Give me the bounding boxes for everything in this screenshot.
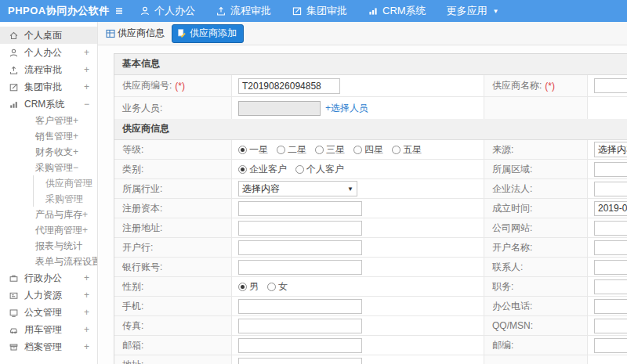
sidebar-item-supplier-mgmt[interactable]: 供应商管理: [33, 175, 97, 191]
sidebar-item-product-stock[interactable]: 产品与库存 +: [0, 207, 97, 222]
form-row: 性别: 男 女 职务:: [114, 277, 627, 297]
star1-radio[interactable]: 一星: [238, 143, 268, 157]
field-label: 注册资本:: [114, 199, 232, 218]
sidebar-item-sales-mgmt[interactable]: 销售管理 +: [0, 128, 97, 144]
caret-down-icon: ▼: [347, 186, 353, 193]
supplier-name-input[interactable]: [594, 78, 627, 93]
table-icon: [106, 29, 115, 38]
field-label: 来源:: [484, 140, 588, 159]
field-label: 类别:: [114, 160, 232, 178]
website-input[interactable]: [594, 221, 627, 236]
expand-icon[interactable]: +: [84, 47, 89, 58]
region-input[interactable]: [594, 162, 627, 177]
expand-icon[interactable]: +: [84, 272, 89, 283]
expand-icon[interactable]: +: [73, 115, 78, 126]
form-row: 等级: 一星 二星 三星 四星 五星 来源: 选择内容▼: [114, 140, 627, 160]
sidebar-item-admin-office[interactable]: 行政办公 +: [0, 269, 97, 287]
field-label: 公司网站:: [484, 218, 588, 237]
business-staff-input[interactable]: [238, 101, 321, 116]
sidebar-item-finance[interactable]: 财务收支 +: [0, 144, 97, 160]
expand-icon[interactable]: +: [84, 307, 89, 318]
registered-address-input[interactable]: [238, 221, 362, 236]
fax-input[interactable]: [238, 319, 362, 333]
industry-select[interactable]: 选择内容▼: [238, 181, 357, 196]
expand-icon[interactable]: +: [84, 341, 89, 352]
star5-radio[interactable]: 五星: [392, 143, 422, 157]
sidebar-item-crm[interactable]: CRM系统 −: [0, 96, 97, 113]
field-label: 邮编:: [484, 336, 588, 355]
contact-person-input[interactable]: [594, 260, 627, 275]
field-label: 银行账号:: [114, 258, 232, 276]
expand-icon[interactable]: +: [73, 131, 78, 142]
registered-capital-input[interactable]: [238, 201, 362, 216]
expand-icon[interactable]: +: [73, 146, 78, 157]
user-icon: [140, 5, 150, 16]
sidebar-item-archive-mgmt[interactable]: 档案管理 +: [0, 338, 97, 355]
sidebar-item-purchasing[interactable]: 采购管理: [33, 191, 97, 207]
field-label: 供应商编号:(*): [114, 75, 232, 96]
expand-icon[interactable]: +: [84, 64, 89, 75]
sidebar-item-hr[interactable]: 人力资源 +: [0, 287, 97, 304]
star4-radio[interactable]: 四星: [353, 143, 383, 157]
office-phone-input[interactable]: [594, 299, 627, 314]
sidebar-item-customer-mgmt[interactable]: 客户管理 +: [0, 113, 97, 128]
nav-crm[interactable]: CRM系统: [368, 4, 426, 18]
bank-account-input[interactable]: [238, 260, 362, 275]
field-label: 开户名称:: [484, 238, 588, 257]
form-content: 基本信息 供应商编号:(*) 供应商名称:(*): [98, 45, 627, 364]
sidebar-item-personal-office[interactable]: 个人办公 +: [0, 44, 97, 61]
source-select[interactable]: 选择内容▼: [594, 142, 627, 157]
expand-icon[interactable]: +: [84, 81, 89, 92]
field-label: 企业法人:: [484, 179, 588, 198]
sidebar-item-agent-mgmt[interactable]: 代理商管理 +: [0, 222, 97, 238]
qq-msn-input[interactable]: [594, 319, 627, 333]
choose-staff-link[interactable]: +选择人员: [325, 102, 368, 115]
id-card-icon: [9, 290, 19, 301]
nav-more-apps[interactable]: 更多应用 ▼: [447, 4, 499, 18]
sidebar-item-purchase-mgmt[interactable]: 采购管理 −: [0, 160, 97, 175]
female-radio[interactable]: 女: [267, 280, 288, 294]
sidebar-item-reports[interactable]: 报表与统计: [0, 238, 97, 254]
position-input[interactable]: [594, 279, 627, 294]
archive-icon: [9, 342, 19, 352]
collapse-icon[interactable]: −: [73, 162, 78, 173]
mobile-input[interactable]: [238, 299, 362, 314]
star2-radio[interactable]: 二星: [277, 143, 306, 157]
expand-icon[interactable]: +: [84, 290, 89, 301]
field-label: 职务:: [484, 277, 588, 296]
expand-icon[interactable]: +: [82, 209, 88, 220]
sidebar-toggle-button[interactable]: [102, 5, 136, 16]
supplier-code-input[interactable]: [238, 78, 340, 94]
sidebar-item-official-docs[interactable]: 公文管理 +: [0, 304, 97, 321]
sidebar-item-vehicle-mgmt[interactable]: 用车管理 +: [0, 321, 97, 338]
form-row: 邮箱: 邮编:: [114, 336, 627, 355]
nav-workflow-approval[interactable]: 流程审批: [216, 4, 271, 18]
tab-supplier-info[interactable]: 供应商信息: [106, 27, 165, 40]
enterprise-customer-radio[interactable]: 企业客户: [238, 163, 287, 176]
personal-customer-radio[interactable]: 个人客户: [295, 163, 344, 176]
address-input[interactable]: [238, 358, 362, 364]
established-date-input[interactable]: [594, 201, 627, 216]
form-row: 传真: QQ/MSN:: [114, 316, 627, 336]
sidebar-item-group-approval[interactable]: 集团审批 +: [0, 78, 97, 96]
main-area: 供应商信息 供应商添加 基本信息 供应商编号:(*) 供应商名称:(*): [98, 22, 627, 364]
sidebar-item-form-flow-settings[interactable]: 表单与流程设置 +: [0, 254, 97, 269]
zipcode-input[interactable]: [594, 338, 627, 353]
upload-icon: [216, 5, 227, 16]
nav-label: 流程审批: [230, 4, 271, 18]
nav-group-approval[interactable]: 集团审批: [292, 4, 347, 18]
star3-radio[interactable]: 三星: [315, 143, 345, 157]
collapse-icon[interactable]: −: [84, 99, 89, 110]
required-mark: (*): [545, 81, 555, 92]
bank-input[interactable]: [238, 240, 362, 255]
expand-icon[interactable]: +: [82, 225, 88, 236]
male-radio[interactable]: 男: [238, 280, 259, 294]
email-input[interactable]: [238, 338, 362, 353]
sidebar-item-workflow-approval[interactable]: 流程审批 +: [0, 61, 97, 78]
expand-icon[interactable]: +: [84, 324, 89, 335]
legal-person-input[interactable]: [594, 182, 627, 196]
sidebar-item-personal-desktop[interactable]: 个人桌面: [0, 27, 97, 44]
account-name-input[interactable]: [594, 240, 627, 255]
supplier-add-button[interactable]: 供应商添加: [172, 24, 244, 43]
nav-personal-office[interactable]: 个人办公: [140, 4, 195, 18]
